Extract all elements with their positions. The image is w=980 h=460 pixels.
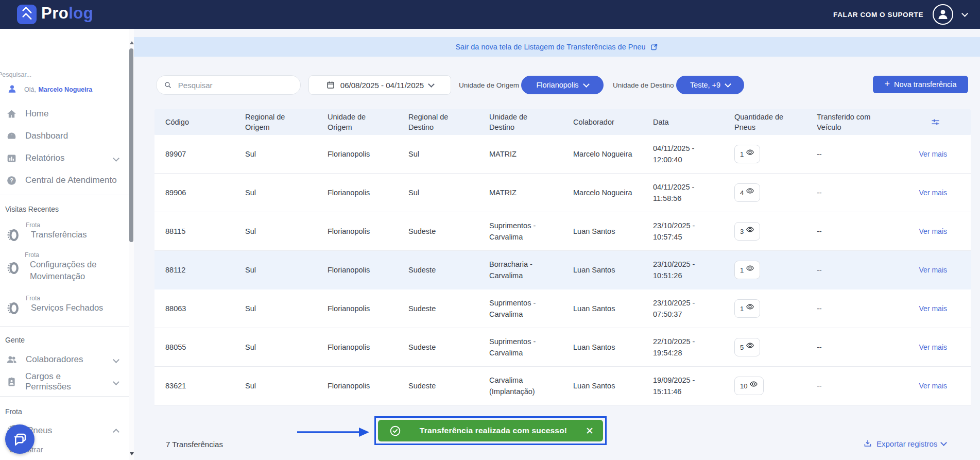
tire-quantity-badge[interactable]: 1 bbox=[734, 145, 760, 163]
cell-regional-destino: Sudeste bbox=[408, 264, 436, 276]
sidebar-user-greeting[interactable]: Olá, Marcelo Nogueira bbox=[7, 84, 92, 94]
cell-unidade-destino: Suprimentos - Carvalima bbox=[489, 220, 550, 243]
sidebar-item-servicos-fechados[interactable]: Frota Serviços Fechados bbox=[6, 295, 103, 314]
table-row[interactable]: 88055 Sul Florianopolis Sudeste Suprimen… bbox=[154, 328, 971, 367]
cell-regional-destino: Sudeste bbox=[408, 226, 436, 237]
cell-colaborador: Luan Santos bbox=[573, 380, 615, 391]
ver-mais-link[interactable]: Ver mais bbox=[919, 189, 947, 197]
quantity-value: 1 bbox=[740, 303, 744, 315]
chevron-down-icon bbox=[113, 155, 119, 162]
eye-icon bbox=[746, 302, 754, 311]
cell-unidade-origem: Florianopolis bbox=[328, 303, 370, 314]
top-navbar: Prolog FALAR COM O SUPORTE bbox=[0, 0, 980, 29]
date-range-picker[interactable]: 06/08/2025 - 04/11/2025 bbox=[308, 75, 451, 95]
tire-icon bbox=[6, 302, 19, 317]
cell-veiculo: -- bbox=[817, 148, 822, 160]
destination-unit-dropdown[interactable]: Teste, +9 bbox=[676, 76, 744, 94]
table-search-field[interactable] bbox=[156, 75, 301, 95]
toast-close-icon[interactable]: ✕ bbox=[586, 426, 594, 436]
sidebar-item-dashboard[interactable]: Dashboard bbox=[6, 128, 128, 144]
table-row[interactable]: 83621 Sul Florianopolis Sudeste Carvalim… bbox=[154, 367, 971, 405]
table-row[interactable]: 89906 Sul Florianopolis Sul MATRIZ Marce… bbox=[154, 174, 971, 212]
ver-mais-link[interactable]: Ver mais bbox=[919, 150, 947, 158]
origin-unit-dropdown[interactable]: Florianopolis bbox=[521, 76, 604, 94]
cell-unidade-destino: MATRIZ bbox=[489, 187, 517, 198]
annotation-arrow-icon bbox=[296, 425, 371, 439]
cell-unidade-origem: Florianopolis bbox=[328, 342, 370, 353]
gente-header: Gente bbox=[5, 336, 25, 344]
cell-codigo: 88055 bbox=[165, 342, 186, 353]
tire-quantity-badge[interactable]: 5 bbox=[734, 338, 760, 356]
tire-quantity-badge[interactable]: 10 bbox=[734, 377, 764, 395]
column-header-unidade-destino: Unidade de Destino bbox=[489, 112, 573, 132]
sidebar-search-input[interactable]: Pesquisar... bbox=[0, 71, 31, 78]
prolog-logo-icon[interactable] bbox=[17, 5, 37, 24]
ver-mais-link[interactable]: Ver mais bbox=[919, 266, 947, 274]
support-link[interactable]: FALAR COM O SUPORTE bbox=[833, 11, 923, 19]
quantity-value: 1 bbox=[740, 265, 744, 276]
cell-veiculo: -- bbox=[817, 187, 822, 198]
table-row[interactable]: 88115 Sul Florianopolis Sudeste Suprimen… bbox=[154, 212, 971, 251]
calendar-icon bbox=[326, 80, 335, 90]
column-header-regional-origem: Regional de Origem bbox=[245, 112, 328, 132]
badge-icon bbox=[6, 377, 17, 387]
table-row[interactable]: 88112 Sul Florianopolis Sudeste Borracha… bbox=[154, 251, 971, 289]
cell-regional-destino: Sudeste bbox=[408, 380, 436, 391]
sidebar-scrollbar-thumb[interactable] bbox=[129, 48, 133, 242]
new-screen-banner: Sair da nova tela de Listagem de Transfe… bbox=[134, 37, 980, 57]
ver-mais-link[interactable]: Ver mais bbox=[919, 304, 947, 313]
export-records-button[interactable]: Exportar registros bbox=[863, 439, 946, 448]
greeting-user-name: Marcelo Nogueira bbox=[38, 86, 92, 93]
new-transfer-button[interactable]: + Nova transferência bbox=[873, 76, 968, 93]
table-row[interactable]: 89907 Sul Florianopolis Sul MATRIZ Marce… bbox=[154, 135, 971, 174]
ver-mais-link[interactable]: Ver mais bbox=[919, 382, 947, 390]
cell-veiculo: -- bbox=[817, 264, 822, 276]
sidebar-item-cargos-permissoes[interactable]: Cargos e Permissões bbox=[6, 374, 128, 389]
column-settings-button[interactable] bbox=[902, 117, 971, 127]
cell-unidade-origem: Florianopolis bbox=[328, 226, 370, 237]
cell-colaborador: Marcelo Nogueira bbox=[573, 187, 632, 198]
table-body: 89907 Sul Florianopolis Sul MATRIZ Marce… bbox=[154, 135, 971, 405]
quantity-value: 1 bbox=[740, 149, 744, 160]
cell-codigo: 88115 bbox=[165, 226, 185, 237]
ver-mais-link[interactable]: Ver mais bbox=[919, 343, 947, 351]
sidebar-item-configuracoes-movimentacao[interactable]: Frota Configurações de Movimentação bbox=[6, 251, 125, 282]
sidebar-item-central-atendimento[interactable]: Central de Atendimento bbox=[6, 173, 128, 188]
scroll-up-arrow-icon[interactable] bbox=[130, 41, 134, 44]
cell-unidade-origem: Florianopolis bbox=[328, 148, 370, 160]
cell-codigo: 89906 bbox=[165, 187, 186, 198]
user-avatar[interactable] bbox=[933, 4, 953, 25]
sidebar-item-transferencias[interactable]: Frota Transferências bbox=[6, 222, 87, 241]
transfer-count-label: 7 Transferências bbox=[166, 440, 223, 449]
tire-quantity-badge[interactable]: 1 bbox=[734, 261, 760, 279]
tire-quantity-badge[interactable]: 3 bbox=[734, 222, 760, 241]
user-menu-caret-icon[interactable] bbox=[961, 10, 968, 17]
table-header-row: Código Regional de Origem Unidade de Ori… bbox=[154, 109, 971, 135]
destination-unit-label: Unidade de Destino bbox=[613, 81, 674, 89]
sidebar-item-colaboradores[interactable]: Colaboradores bbox=[6, 352, 128, 367]
cell-colaborador: Luan Santos bbox=[573, 226, 615, 237]
sidebar-item-relatorios[interactable]: Relatórios bbox=[6, 150, 128, 166]
plus-icon: + bbox=[884, 79, 890, 90]
quantity-value: 4 bbox=[740, 188, 744, 199]
cell-regional-origem: Sul bbox=[245, 264, 256, 276]
cell-data: 23/10/2025 - 07:50:37 bbox=[653, 297, 714, 320]
cell-veiculo: -- bbox=[817, 342, 822, 353]
sidebar-divider bbox=[0, 326, 129, 327]
people-icon bbox=[6, 354, 18, 365]
chat-fab-button[interactable] bbox=[5, 424, 35, 454]
tire-quantity-badge[interactable]: 1 bbox=[734, 299, 760, 318]
quantity-value: 10 bbox=[740, 381, 747, 392]
scroll-down-arrow-icon[interactable] bbox=[130, 452, 134, 455]
search-input[interactable] bbox=[177, 80, 293, 90]
eye-icon bbox=[746, 341, 754, 350]
exit-new-screen-link[interactable]: Sair da nova tela de Listagem de Transfe… bbox=[455, 43, 658, 52]
tire-quantity-badge[interactable]: 4 bbox=[734, 183, 760, 202]
cell-colaborador: Marcelo Nogueira bbox=[573, 148, 632, 160]
table-row[interactable]: 88063 Sul Florianopolis Sudeste Suprimen… bbox=[154, 289, 971, 328]
cell-colaborador: Luan Santos bbox=[573, 303, 615, 314]
sidebar-item-home[interactable]: Home bbox=[6, 106, 128, 122]
cell-regional-origem: Sul bbox=[245, 380, 256, 391]
ver-mais-link[interactable]: Ver mais bbox=[919, 227, 947, 235]
chat-icon bbox=[12, 432, 28, 447]
